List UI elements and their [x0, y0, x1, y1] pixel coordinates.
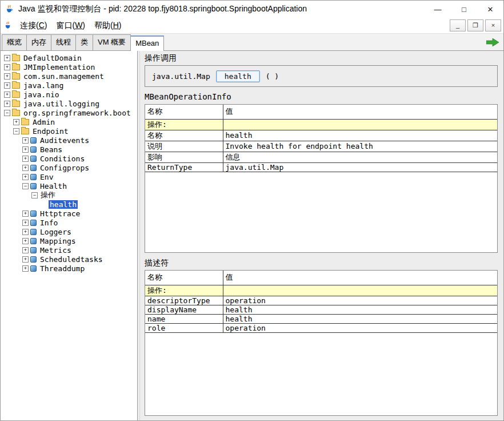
- tree-toggle-collapse-icon[interactable]: −: [22, 183, 29, 189]
- tree-item-Httptrace[interactable]: Httptrace: [39, 209, 81, 218]
- tree-item-Beans[interactable]: Beans: [39, 145, 63, 154]
- table-cell: 操作:: [145, 285, 223, 296]
- tree-item-Loggers[interactable]: Loggers: [39, 228, 73, 236]
- table-cell: [223, 285, 497, 296]
- maximize-button[interactable]: □: [451, 1, 477, 18]
- tab-VM 概要[interactable]: VM 概要: [93, 34, 131, 50]
- mbean-detail-panel: 操作调用 java.util.Map health ( ) MBeanOpera…: [140, 51, 503, 420]
- tree-toggle-collapse-icon[interactable]: −: [13, 128, 19, 134]
- tree-item-Admin[interactable]: Admin: [31, 118, 56, 126]
- tree-toggle-expand-icon[interactable]: +: [22, 210, 29, 217]
- tree-row: −Endpoint: [3, 126, 137, 136]
- tree-toggle-collapse-icon[interactable]: −: [4, 110, 10, 116]
- tree-toggle-expand-icon[interactable]: +: [4, 64, 10, 70]
- tree-toggle-expand-icon[interactable]: +: [22, 229, 29, 235]
- table-row[interactable]: namehealth: [145, 314, 497, 323]
- table-row[interactable]: 名称health: [145, 130, 497, 141]
- tree-toggle-expand-icon[interactable]: +: [13, 119, 19, 125]
- tree-toggle-expand-icon[interactable]: +: [4, 92, 10, 98]
- tree-item-Auditevents[interactable]: Auditevents: [39, 136, 90, 145]
- connection-status-arrow-icon: [486, 38, 499, 46]
- title-bar: Java 监视和管理控制台 - pid: 20228 top.fjy8018.s…: [1, 1, 503, 18]
- tree-toggle-expand-icon[interactable]: +: [22, 220, 29, 226]
- table-row[interactable]: roleoperation: [145, 323, 497, 332]
- operation-return-type: java.util.Map: [152, 72, 210, 81]
- frame-controls: _❐×: [448, 19, 501, 31]
- table-row[interactable]: 影响信息: [145, 152, 497, 162]
- tree-item-java.lang[interactable]: java.lang: [22, 81, 65, 90]
- tab-内存[interactable]: 内存: [26, 34, 51, 50]
- tree-item-java.nio[interactable]: java.nio: [22, 90, 61, 99]
- tree-item-Threaddump[interactable]: Threaddump: [39, 264, 86, 273]
- tree-item-操作[interactable]: 操作: [39, 190, 57, 200]
- operation-info-label: MBeanOperationInfo: [145, 92, 498, 102]
- menu-item-W[interactable]: 窗口(W): [51, 19, 90, 33]
- table-row[interactable]: 操作:: [145, 285, 497, 296]
- close-button[interactable]: ✕: [477, 1, 503, 18]
- tree-toggle-collapse-icon[interactable]: −: [31, 192, 38, 198]
- mbean-tree: +DefaultDomain+JMImplementation+com.sun.…: [1, 51, 138, 420]
- descriptor-label: 描述符: [145, 258, 498, 268]
- tree-row: +java.nio: [3, 90, 137, 99]
- tree-item-com.sun.management[interactable]: com.sun.management: [22, 72, 105, 81]
- invoke-health-button[interactable]: health: [216, 70, 260, 82]
- tree-item-Env[interactable]: Env: [39, 173, 54, 181]
- tree-item-Mappings[interactable]: Mappings: [39, 237, 77, 245]
- table-row[interactable]: 操作:: [145, 119, 497, 130]
- tab-线程[interactable]: 线程: [51, 34, 76, 50]
- tree-item-Scheduledtasks[interactable]: Scheduledtasks: [39, 255, 104, 264]
- menu-item-H[interactable]: 帮助(H): [90, 19, 126, 33]
- tree-toggle-expand-icon[interactable]: +: [22, 165, 29, 171]
- table-row[interactable]: ReturnTypejava.util.Map: [145, 162, 497, 172]
- tree-toggle-expand-icon[interactable]: +: [22, 156, 29, 162]
- descriptor-table-grid: 名称值操作:descriptorTypeoperationdisplayName…: [145, 271, 497, 333]
- table-row[interactable]: descriptorTypeoperation: [145, 296, 497, 305]
- descriptor-table: 名称值操作:descriptorTypeoperationdisplayName…: [145, 270, 498, 416]
- tree-toggle-expand-icon[interactable]: +: [22, 256, 29, 263]
- tree-row: +Auditevents: [3, 136, 137, 145]
- tree-toggle-expand-icon[interactable]: +: [22, 146, 29, 153]
- mbean-icon: [30, 220, 37, 226]
- tree-item-DefaultDomain[interactable]: DefaultDomain: [22, 54, 83, 62]
- tree-item-java.util.logging[interactable]: java.util.logging: [22, 100, 101, 108]
- menu-item-C[interactable]: 连接(C): [15, 19, 51, 33]
- tree-item-health[interactable]: health: [49, 200, 78, 209]
- tab-类[interactable]: 类: [75, 34, 93, 50]
- tree-toggle-expand-icon[interactable]: +: [22, 265, 29, 272]
- table-cell: health: [223, 305, 497, 314]
- tree-row: +Scheduledtasks: [3, 255, 137, 264]
- menu-items: 连接(C)窗口(W)帮助(H): [15, 19, 126, 33]
- frame-minimize-button[interactable]: _: [450, 19, 466, 31]
- tab-概览[interactable]: 概览: [2, 34, 27, 50]
- table-row[interactable]: displayNamehealth: [145, 305, 497, 314]
- tree-toggle-expand-icon[interactable]: +: [4, 55, 10, 61]
- tree-row: +Metrics: [3, 245, 137, 255]
- frame-restore-button[interactable]: ❐: [467, 19, 483, 31]
- column-header-名称: 名称: [145, 271, 223, 285]
- table-cell: [223, 119, 497, 130]
- tab-MBean[interactable]: MBean: [130, 35, 164, 51]
- tree-row: +Mappings: [3, 236, 137, 245]
- tree-item-Metrics[interactable]: Metrics: [39, 246, 73, 255]
- tree-item-JMImplementation[interactable]: JMImplementation: [22, 63, 96, 72]
- tree-toggle-expand-icon[interactable]: +: [22, 238, 29, 244]
- tree-item-Health[interactable]: Health: [39, 182, 68, 190]
- tree-row: health: [3, 200, 137, 209]
- table-row[interactable]: 说明Invoke health for endpoint health: [145, 141, 497, 152]
- tree-item-Endpoint[interactable]: Endpoint: [31, 127, 70, 136]
- frame-close-button[interactable]: ×: [485, 19, 501, 31]
- tree-toggle-expand-icon[interactable]: +: [4, 101, 10, 107]
- tree-row: +Httptrace: [3, 209, 137, 218]
- tree-item-Conditions[interactable]: Conditions: [39, 154, 86, 163]
- tree-item-org.springframework.boot[interactable]: org.springframework.boot: [22, 109, 132, 117]
- window-controls: — □ ✕: [425, 1, 503, 18]
- tree-toggle-expand-icon[interactable]: +: [22, 137, 29, 144]
- tree-item-Info[interactable]: Info: [39, 219, 59, 227]
- minimize-button[interactable]: —: [425, 1, 451, 18]
- tree-toggle-expand-icon[interactable]: +: [22, 247, 29, 253]
- tree-row: +java.util.logging: [3, 99, 137, 108]
- tree-toggle-expand-icon[interactable]: +: [4, 73, 10, 80]
- tree-item-Configprops[interactable]: Configprops: [39, 164, 90, 172]
- tree-toggle-expand-icon[interactable]: +: [22, 174, 29, 180]
- tree-toggle-expand-icon[interactable]: +: [4, 82, 10, 89]
